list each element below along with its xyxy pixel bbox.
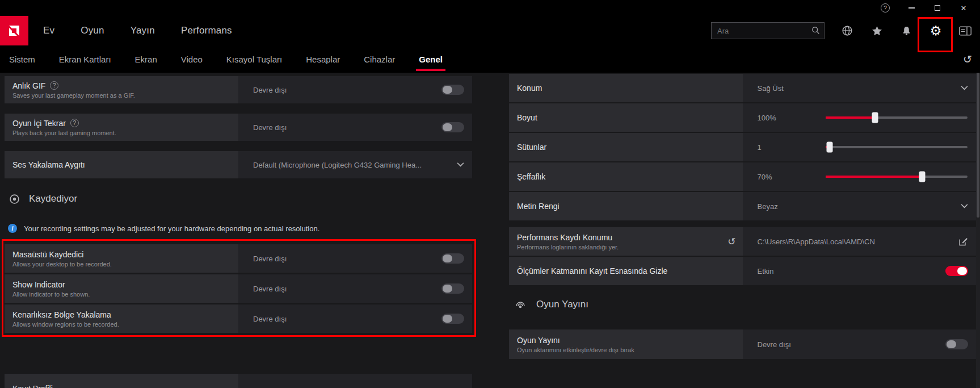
slider-handle[interactable] <box>919 172 925 182</box>
columns-slider[interactable] <box>826 146 968 148</box>
transparency-slider[interactable] <box>826 176 968 178</box>
size-slider[interactable] <box>826 116 968 119</box>
setting-label: Ölçümler Katmanını Kayıt Esnasında Gizle <box>517 266 735 276</box>
section-recording: Kaydediyor <box>9 193 77 205</box>
setting-sublabel: Allows window regions to be recorded. <box>12 321 230 328</box>
tab-kisayol-tuslari[interactable]: Kısayol Tuşları <box>226 45 282 73</box>
scrollbar[interactable] <box>976 73 980 388</box>
row-seffaflik: Şeffaflık 70% <box>509 162 976 191</box>
setting-sublabel: Allow indicator to be shown. <box>12 291 230 298</box>
search-input[interactable] <box>711 22 825 39</box>
chevron-down-icon <box>961 204 968 209</box>
settings-button[interactable]: ⚙ <box>921 16 950 45</box>
toggle-switch[interactable] <box>441 314 464 324</box>
help-icon[interactable]: ? <box>50 81 58 90</box>
setting-value: Devre dışı <box>253 123 287 132</box>
row-oyun-yayini: Oyun Yayını Oyun aktarımını etkinleştir/… <box>509 329 976 359</box>
row-show-indicator: Show Indicator Allow indicator to be sho… <box>5 274 472 303</box>
main-nav: Ev Oyun Yayın Performans <box>43 25 232 36</box>
setting-sublabel: Plays back your last gaming moment. <box>12 130 230 136</box>
notifications-button[interactable] <box>891 16 921 45</box>
path-value: C:\Users\R\AppData\Local\AMD\CN <box>758 237 875 246</box>
restore-defaults-button[interactable]: ↺ <box>963 54 972 65</box>
slider-handle[interactable] <box>872 112 878 123</box>
nav-gaming[interactable]: Oyun <box>81 25 104 36</box>
reset-path-button[interactable]: ↺ <box>727 237 735 247</box>
setting-value: Devre dışı <box>253 285 287 293</box>
close-button[interactable]: ✕ <box>950 0 977 16</box>
audio-device-dropdown[interactable]: Default (Microphone (Logitech G432 Gamin… <box>238 151 472 178</box>
row-masaustu-kaydedici: Masaüstü Kaydedici Allows your desktop t… <box>5 244 472 273</box>
tab-ekran-kartlari[interactable]: Ekran Kartları <box>59 45 111 73</box>
chevron-down-icon <box>961 86 968 91</box>
setting-value: 70% <box>758 173 772 181</box>
setting-label: Boyut <box>517 113 735 122</box>
toggle-knob <box>443 123 452 131</box>
web-button[interactable] <box>832 16 862 45</box>
row-performans-kaydi-konumu: Performans Kaydı Konumu Performans logla… <box>509 227 976 256</box>
setting-label: Kayıt Profili <box>12 384 230 388</box>
toggle-knob <box>443 315 452 323</box>
row-konum: Konum Sağ Üst <box>509 74 976 102</box>
setting-value: Sağ Üst <box>758 84 784 93</box>
row-metin-rengi: Metin Rengi Beyaz <box>509 192 976 220</box>
toggle-switch[interactable] <box>441 253 464 264</box>
position-dropdown[interactable]: Sağ Üst <box>743 74 977 102</box>
toggle-knob <box>443 255 452 262</box>
amd-arrow-icon <box>5 22 23 40</box>
toggle-switch[interactable] <box>441 283 464 294</box>
text-color-dropdown[interactable]: Beyaz <box>743 192 977 220</box>
slider-handle[interactable] <box>827 142 833 153</box>
minimize-icon <box>909 7 915 9</box>
toggle-knob <box>957 267 967 275</box>
help-button[interactable]: ? <box>872 0 898 16</box>
nav-performance[interactable]: Performans <box>181 25 232 36</box>
toggle-knob <box>443 285 452 293</box>
setting-sublabel: Oyun aktarımını etkinleştir/devre dışı b… <box>517 347 735 353</box>
toggle-switch[interactable] <box>945 266 968 276</box>
setting-label: Kenarlıksız Bölge Yakalama <box>12 310 230 319</box>
tab-cihazlar[interactable]: Cihazlar <box>364 45 395 73</box>
row-kenarliksiz-bolge-yakalama: Kenarlıksız Bölge Yakalama Allows window… <box>5 304 472 333</box>
section-title: Oyun Yayını <box>536 299 588 310</box>
setting-label: Konum <box>517 84 735 93</box>
nav-home[interactable]: Ev <box>43 25 54 36</box>
help-icon[interactable]: ? <box>70 119 79 127</box>
toggle-switch[interactable] <box>441 85 464 95</box>
tab-ekran[interactable]: Ekran <box>135 45 157 73</box>
nav-streaming[interactable]: Yayın <box>131 25 155 36</box>
gear-icon: ⚙ <box>930 24 942 37</box>
setting-sublabel: Allows your desktop to be recorded. <box>12 261 230 268</box>
setting-value: Etkin <box>758 267 774 276</box>
row-ses-yakalama-aygiti: Ses Yakalama Aygıtı Default (Microphone … <box>5 151 472 178</box>
minimize-button[interactable] <box>898 0 924 16</box>
tab-video[interactable]: Video <box>181 45 203 73</box>
row-anlik-gif: Anlık GIF ? Saves your last gameplay mom… <box>5 76 472 103</box>
section-game-streaming: Oyun Yayını <box>514 299 588 310</box>
scrollbar-thumb[interactable] <box>977 73 979 218</box>
setting-label: Oyun Yayını <box>517 336 735 345</box>
setting-value: Default (Microphone (Logitech G432 Gamin… <box>253 161 422 169</box>
tab-hesaplar[interactable]: Hesaplar <box>306 45 340 73</box>
setting-sublabel: Saves your last gameplay moment as a GIF… <box>12 92 230 99</box>
setting-value: Devre dışı <box>253 86 287 94</box>
tab-sistem[interactable]: Sistem <box>9 45 35 73</box>
edit-path-icon[interactable] <box>958 237 968 247</box>
tab-genel[interactable]: Genel <box>419 45 443 73</box>
setting-sublabel: Performans loglarının saklandığı yer. <box>517 244 735 251</box>
maximize-button[interactable] <box>924 0 950 16</box>
header-actions: ⚙ <box>711 16 980 45</box>
overlay-panel-button[interactable] <box>950 16 980 45</box>
search-box <box>711 22 825 39</box>
favorites-button[interactable] <box>862 16 891 45</box>
row-olcumler-katmani-gizle: Ölçümler Katmanını Kayıt Esnasında Gizle… <box>509 257 976 285</box>
info-text: Your recording settings may be adjusted … <box>24 224 319 233</box>
amd-logo[interactable] <box>0 16 28 45</box>
toggle-switch[interactable] <box>441 122 464 132</box>
section-title: Kaydediyor <box>29 193 77 205</box>
row-oyun-ici-tekrar: Oyun İçi Tekrar ? Plays back your last g… <box>5 114 472 141</box>
globe-icon <box>842 25 853 36</box>
setting-value: 100% <box>758 114 776 122</box>
app-header: Ev Oyun Yayın Performans <box>0 16 980 45</box>
toggle-switch[interactable] <box>945 339 968 349</box>
